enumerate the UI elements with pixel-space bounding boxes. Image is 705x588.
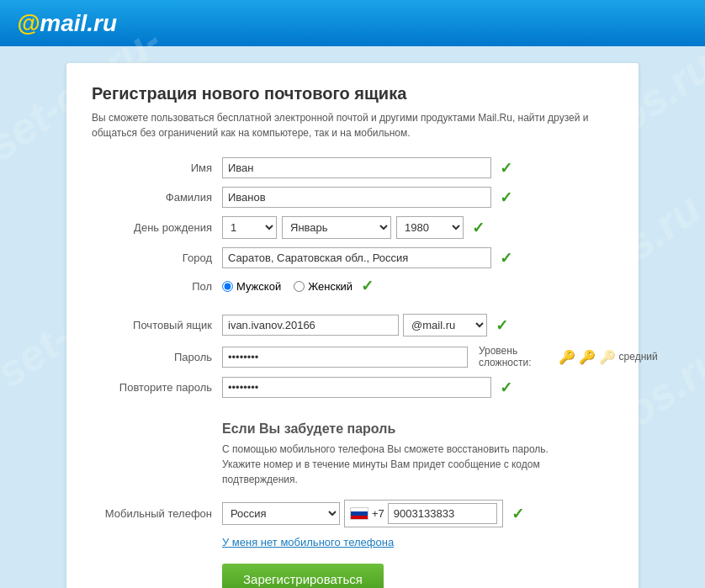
city-row: Город ✓	[92, 247, 613, 268]
city-input[interactable]	[222, 247, 491, 268]
phone-valid-icon: ✓	[512, 505, 524, 523]
birthday-row: День рождения 12345 678910 1112131415 16…	[92, 216, 613, 239]
forgot-desc-2: Укажите номер и в течение минуты Вам при…	[222, 458, 540, 485]
no-phone-link[interactable]: У меня нет мобильного телефона	[222, 536, 613, 548]
forgot-description: С помощью мобильного телефона Вы сможете…	[222, 442, 613, 487]
phone-input-container: +7	[344, 500, 503, 527]
page-title: Регистрация нового почтового ящика	[92, 84, 613, 103]
birthday-label: День рождения	[92, 221, 222, 234]
birthday-day-select[interactable]: 12345 678910 1112131415 1617181920 21222…	[222, 216, 277, 239]
logo-text: mail.ru	[40, 10, 117, 36]
gender-label: Пол	[92, 280, 222, 293]
email-valid-icon: ✓	[496, 316, 508, 335]
password-input[interactable]	[222, 347, 468, 368]
birthday-selects: 12345 678910 1112131415 1617181920 21222…	[222, 216, 464, 239]
gender-female-radio[interactable]	[294, 281, 305, 292]
gender-male-radio[interactable]	[222, 281, 233, 292]
name-label: Имя	[92, 162, 222, 174]
phone-row: Мобильный телефон Россия Украина Беларус…	[92, 500, 613, 527]
logo-at: @	[17, 10, 40, 36]
email-label: Почтовый ящик	[92, 319, 222, 331]
birthday-control: 12345 678910 1112131415 1617181920 21222…	[222, 216, 613, 239]
gender-male-label: Мужской	[236, 280, 281, 293]
name-input[interactable]	[222, 157, 491, 178]
password-strength: Уровень сложности: 🔑 🔑 🔑 средний	[479, 345, 658, 368]
password-control: Уровень сложности: 🔑 🔑 🔑 средний	[222, 345, 658, 368]
password-row: Пароль Уровень сложности: 🔑 🔑 🔑 средний	[92, 345, 613, 368]
key-icon-2: 🔑	[579, 349, 596, 365]
surname-valid-icon: ✓	[500, 188, 512, 207]
email-inputs: @mail.ru @inbox.ru @list.ru @bk.ru	[222, 314, 487, 336]
email-row: Почтовый ящик @mail.ru @inbox.ru @list.r…	[92, 314, 613, 336]
city-label: Город	[92, 252, 222, 264]
phone-prefix: +7	[372, 507, 384, 520]
gender-row: Пол Мужской Женский ✓	[92, 277, 613, 295]
gender-female-option[interactable]: Женский	[294, 280, 352, 293]
name-valid-icon: ✓	[500, 159, 512, 177]
email-domain-select[interactable]: @mail.ru @inbox.ru @list.ru @bk.ru	[403, 314, 487, 336]
email-input[interactable]	[222, 315, 399, 336]
phone-label: Мобильный телефон	[92, 507, 222, 520]
city-valid-icon: ✓	[500, 249, 512, 268]
phone-control: Россия Украина Беларусь Казахстан +7 ✓	[222, 500, 613, 527]
gender-male-option[interactable]: Мужской	[222, 280, 281, 293]
key-icon-3: 🔑	[599, 349, 616, 365]
phone-country-select[interactable]: Россия Украина Беларусь Казахстан	[222, 502, 340, 525]
password-confirm-input[interactable]	[222, 377, 491, 398]
register-button[interactable]: Зарегистрироваться	[222, 564, 384, 588]
phone-number-input[interactable]	[388, 503, 497, 524]
page-description: Вы сможете пользоваться бесплатной элект…	[92, 110, 613, 140]
birthday-month-select[interactable]: ЯнварьФевральМартАпрель МайИюньИюльАвгус…	[282, 216, 391, 239]
surname-label: Фамилия	[92, 191, 222, 204]
registration-form: Регистрация нового почтового ящика Вы см…	[66, 63, 639, 588]
email-control: @mail.ru @inbox.ru @list.ru @bk.ru ✓	[222, 314, 613, 336]
forgot-desc-1: С помощью мобильного телефона Вы сможете…	[222, 443, 549, 455]
logo: @mail.ru	[17, 10, 117, 37]
birthday-year-select[interactable]: 1980198119791978 199019952000	[396, 216, 464, 239]
surname-row: Фамилия ✓	[92, 187, 613, 208]
header: @mail.ru	[0, 0, 705, 46]
gender-options: Мужской Женский	[222, 280, 352, 293]
strength-label: Уровень сложности:	[479, 345, 555, 368]
strength-value: средний	[619, 351, 658, 363]
birthday-valid-icon: ✓	[472, 219, 485, 237]
password-label: Пароль	[92, 351, 222, 363]
password-confirm-row: Повторите пароль ✓	[92, 377, 613, 398]
key-icon-1: 🔑	[559, 349, 575, 365]
russia-flag-icon	[350, 507, 368, 520]
password-confirm-control: ✓	[222, 377, 613, 398]
surname-input[interactable]	[222, 187, 491, 208]
name-row: Имя ✓	[92, 157, 613, 178]
forgot-title: Если Вы забудете пароль	[222, 421, 613, 437]
name-control: ✓	[222, 157, 613, 178]
city-control: ✓	[222, 247, 613, 268]
password-confirm-label: Повторите пароль	[92, 381, 222, 394]
surname-control: ✓	[222, 187, 613, 208]
gender-female-label: Женский	[308, 280, 352, 293]
password-confirm-valid-icon: ✓	[500, 379, 512, 397]
gender-control: Мужской Женский ✓	[222, 277, 613, 295]
gender-valid-icon: ✓	[361, 277, 374, 295]
